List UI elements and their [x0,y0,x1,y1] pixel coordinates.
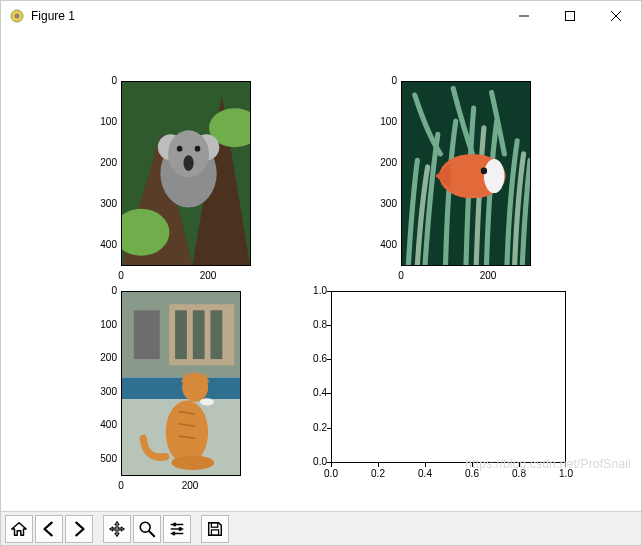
ytick-label: 0 [93,76,117,86]
axes-box-0 [121,81,251,266]
svg-rect-49 [211,529,218,534]
ytick-label: 0 [93,286,117,296]
toolbar-zoom-button[interactable] [133,515,161,543]
save-icon [206,520,224,538]
home-icon [10,520,28,538]
xtick-label: 0 [118,271,124,281]
image-cat [122,292,240,475]
ytick-label: 0.2 [303,423,327,433]
subplot-1: 0 100 200 300 400 0 200 [401,81,531,266]
image-clownfish [402,82,530,265]
xtick-label: 0.0 [324,469,338,479]
window-maximize-button[interactable] [547,1,593,31]
axes-box-1 [401,81,531,266]
svg-rect-47 [173,531,176,535]
svg-point-15 [183,155,193,171]
svg-rect-46 [179,527,182,531]
svg-point-20 [484,159,504,193]
xtick-label: 0.2 [371,469,385,479]
arrow-right-icon [70,520,88,538]
ytick-label: 400 [93,240,117,250]
toolbar-subplots-button[interactable] [163,515,191,543]
svg-line-41 [149,531,154,536]
xtick-label: 0 [118,481,124,491]
ytick-label: 100 [93,117,117,127]
subplot-3: 0.0 0.2 0.4 0.6 0.8 1.0 0.0 0.2 0.4 0.6 … [331,291,566,463]
xtick-label: 0 [398,271,404,281]
toolbar-forward-button[interactable] [65,515,93,543]
svg-point-17 [195,146,201,152]
ytick-label: 0.8 [303,320,327,330]
toolbar-save-button[interactable] [201,515,229,543]
svg-point-35 [172,455,214,470]
svg-rect-29 [193,310,205,359]
svg-rect-30 [211,310,223,359]
xtick-label: 200 [200,271,217,281]
window-title: Figure 1 [31,9,75,23]
toolbar-pan-button[interactable] [103,515,131,543]
matplotlib-toolbar [1,511,641,545]
svg-rect-26 [134,310,160,359]
xtick-label: 0.4 [418,469,432,479]
ytick-label: 200 [93,353,117,363]
svg-rect-45 [173,522,176,526]
xtick-label: 200 [480,271,497,281]
subplot-2: 0 100 200 300 400 500 0 200 [121,291,241,476]
ytick-label: 300 [93,387,117,397]
ytick-label: 200 [373,158,397,168]
ytick-label: 500 [93,454,117,464]
toolbar-home-button[interactable] [5,515,33,543]
svg-point-1 [15,14,20,19]
ytick-label: 400 [373,240,397,250]
xtick-label: 1.0 [559,469,573,479]
window-close-button[interactable] [593,1,639,31]
svg-rect-28 [175,310,187,359]
ytick-label: 100 [373,117,397,127]
svg-point-31 [166,401,208,464]
xtick-label: 0.6 [465,469,479,479]
ytick-label: 200 [93,158,117,168]
zoom-icon [138,520,156,538]
toolbar-back-button[interactable] [35,515,63,543]
ytick-label: 1.0 [303,286,327,296]
ytick-label: 0.4 [303,388,327,398]
svg-point-39 [200,398,214,405]
axes-box-2 [121,291,241,476]
ytick-label: 0.6 [303,354,327,364]
arrow-left-icon [40,520,58,538]
svg-point-22 [481,168,487,175]
image-koala [122,82,250,265]
svg-rect-3 [566,12,575,21]
ytick-label: 300 [373,199,397,209]
app-icon [9,8,25,24]
sliders-icon [168,520,186,538]
subplot-0: 0 100 200 300 400 0 200 [121,81,251,266]
ytick-label: 0 [373,76,397,86]
xtick-label: 200 [182,481,199,491]
figure-canvas[interactable]: 0 100 200 300 400 0 200 [1,31,641,511]
window-titlebar: Figure 1 [1,1,641,31]
ytick-label: 0.0 [303,457,327,467]
ytick-label: 400 [93,420,117,430]
window-minimize-button[interactable] [501,1,547,31]
pan-icon [108,520,126,538]
svg-rect-24 [122,377,240,399]
svg-point-16 [177,146,183,152]
ytick-label: 300 [93,199,117,209]
axes-box-3 [331,291,566,463]
xtick-label: 0.8 [512,469,526,479]
ytick-label: 100 [93,320,117,330]
